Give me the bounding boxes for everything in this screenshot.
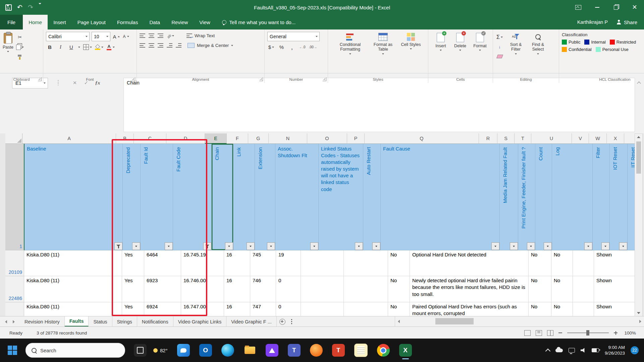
increase-indent-button[interactable]	[176, 43, 181, 48]
column-header-y[interactable]: Y	[624, 133, 635, 144]
app-icon-purple-app[interactable]	[266, 344, 278, 357]
app-icon-edge[interactable]	[221, 344, 234, 357]
page-break-view-button[interactable]	[547, 330, 553, 336]
sheet-tab-revision-history[interactable]: Revision History	[20, 316, 65, 327]
vertical-scroll-thumb[interactable]	[636, 141, 641, 174]
tab-insert[interactable]: Insert	[48, 15, 72, 29]
header-cell-f[interactable]: Link	[233, 144, 255, 250]
tab-review[interactable]: Review	[166, 15, 194, 29]
cell-b[interactable]: Yes	[122, 250, 144, 276]
sheet-tab-faults[interactable]: Faults	[65, 316, 89, 327]
tab-view[interactable]: View	[194, 15, 216, 29]
align-top-button[interactable]	[140, 34, 145, 38]
cell-s[interactable]: No	[551, 302, 573, 316]
cell-g[interactable]: 19	[276, 250, 301, 276]
sheet-tab-video-graphic-f[interactable]: Video Graphic F ...	[226, 316, 277, 327]
cell-e[interactable]: 16	[224, 302, 250, 316]
filter-button-n[interactable]	[310, 242, 318, 250]
cell-f[interactable]: 745	[250, 250, 276, 276]
column-header-g[interactable]: G	[248, 133, 269, 144]
cell-p[interactable]: No	[388, 250, 410, 276]
font-size-select[interactable]: 10	[92, 32, 110, 41]
header-cell-v[interactable]: Filter	[593, 144, 610, 250]
cell-q[interactable]: Paired Optional Hard Drive has errors (s…	[410, 302, 529, 316]
number-dialog-launcher[interactable]	[323, 77, 326, 81]
row-header[interactable]	[5, 302, 24, 316]
cell-r[interactable]: No	[529, 276, 551, 302]
cell-u[interactable]: Shown	[594, 302, 635, 316]
header-cell-g[interactable]: Extension	[255, 144, 275, 250]
font-color-button[interactable]	[106, 43, 115, 51]
filter-button-b[interactable]	[132, 242, 140, 250]
filter-button-w[interactable]	[619, 242, 627, 250]
header-cell-c[interactable]: Fault Id	[141, 144, 173, 250]
cell-o[interactable]	[344, 276, 388, 302]
align-center-button[interactable]	[149, 43, 154, 48]
app-icon-orange-app[interactable]	[310, 344, 323, 357]
cell-d[interactable]: 16.746.00	[181, 276, 224, 302]
format-cells-button[interactable]: ✓ Format	[471, 32, 489, 75]
column-header-s[interactable]: S	[497, 133, 515, 144]
header-cell-n[interactable]: Assoc. Shutdown Flt	[275, 144, 319, 250]
font-dialog-launcher[interactable]	[131, 77, 135, 81]
cell-b[interactable]: Yes	[122, 302, 144, 316]
cell-a[interactable]: Kiska.D80 (11)	[24, 250, 122, 276]
cell-c[interactable]: 6924	[144, 302, 181, 316]
header-cell-b[interactable]: Deprecated	[123, 144, 141, 250]
zoom-level[interactable]: 100%	[623, 330, 636, 336]
filter-button-e[interactable]	[225, 242, 233, 250]
cell-f[interactable]: 746	[250, 276, 276, 302]
classification-public[interactable]: Public	[562, 40, 580, 45]
sheet-tab-strings[interactable]: Strings	[112, 316, 137, 327]
column-header-b[interactable]: B	[116, 133, 134, 144]
cell-u[interactable]: Shown	[594, 276, 635, 302]
classification-personal-use[interactable]: Personal Use	[596, 47, 629, 52]
align-right-button[interactable]	[158, 43, 163, 48]
onedrive-icon[interactable]	[555, 349, 563, 352]
column-header-o[interactable]: O	[307, 133, 347, 144]
accounting-format-button[interactable]	[267, 43, 275, 51]
zoom-out-button[interactable]	[558, 333, 562, 333]
filter-button-u[interactable]	[584, 242, 592, 250]
scroll-up-button[interactable]	[637, 134, 640, 140]
cut-button[interactable]	[16, 33, 24, 41]
filter-button-a[interactable]	[114, 242, 122, 250]
classification-confidential[interactable]: Confidential	[562, 47, 592, 52]
app-icon-outlook[interactable]	[199, 344, 212, 357]
search-box[interactable]: Search	[25, 343, 125, 358]
cell-u[interactable]: Shown	[594, 250, 635, 276]
header-cell-t[interactable]: Count	[535, 144, 552, 250]
cell-n[interactable]	[301, 302, 344, 316]
column-header-c[interactable]: C	[134, 133, 166, 144]
battery-icon[interactable]	[592, 348, 599, 352]
tab-data[interactable]: Data	[144, 15, 166, 29]
decrease-indent-button[interactable]	[167, 43, 172, 48]
add-sheet-button[interactable]	[277, 316, 288, 327]
tab-page-layout[interactable]: Page Layout	[72, 15, 111, 29]
header-cell-q[interactable]: Fault Cause	[381, 144, 500, 250]
classification-internal[interactable]: Internal	[584, 40, 605, 45]
app-icon-chrome[interactable]	[377, 344, 390, 357]
clock[interactable]: 9:00 AM 9/26/2023	[605, 345, 625, 356]
row-header-1[interactable]: 1	[5, 144, 24, 250]
app-icon-frame[interactable]	[134, 344, 147, 357]
zoom-slider-thumb[interactable]	[586, 330, 589, 336]
header-cell-s[interactable]: Print Engine, Feeder, Finisher fault ?	[518, 144, 535, 250]
bold-button[interactable]	[46, 43, 54, 51]
align-middle-button[interactable]	[149, 34, 154, 38]
vertical-scrollbar[interactable]	[635, 133, 643, 317]
cell-s[interactable]: No	[551, 276, 573, 302]
column-header-v[interactable]: V	[572, 133, 589, 144]
delete-cells-button[interactable]: × Delete	[452, 32, 469, 75]
filter-button-f[interactable]	[247, 242, 255, 250]
decrease-decimal-button[interactable]	[309, 43, 317, 51]
cell-p[interactable]: No	[388, 276, 410, 302]
increase-font-size-button[interactable]	[112, 33, 120, 41]
merge-center-button[interactable]: Merge & Center	[187, 42, 233, 49]
app-icon-t-red-app[interactable]	[332, 344, 345, 357]
cell-q[interactable]: Optional Hard Drive Not detected	[410, 250, 529, 276]
increase-decimal-button[interactable]	[299, 43, 306, 51]
ribbon-display-options-button[interactable]	[569, 0, 588, 15]
cell-t[interactable]	[573, 302, 594, 316]
column-header-n[interactable]: N	[269, 133, 307, 144]
